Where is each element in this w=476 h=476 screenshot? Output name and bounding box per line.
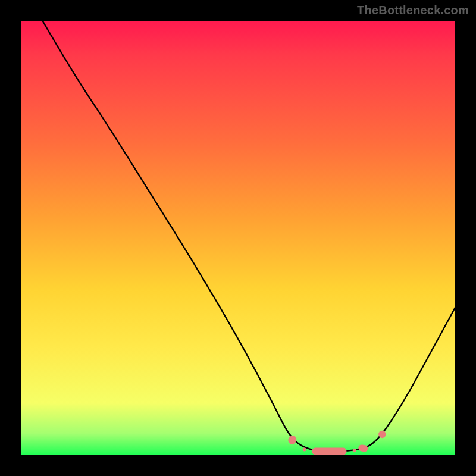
valley-marker-end <box>378 431 386 438</box>
plot-area <box>21 21 455 455</box>
curve-group <box>43 21 456 451</box>
valley-marker-main <box>312 448 346 455</box>
valley-marker-dash-2 <box>353 449 356 452</box>
valley-marker-start <box>287 434 298 446</box>
chart-container: TheBottleneck.com <box>0 0 476 476</box>
chart-overlay-svg <box>21 21 455 455</box>
bottleneck-curve <box>43 21 456 451</box>
valley-marker-dash-3 <box>358 444 368 453</box>
valley-marker-dash-1 <box>303 448 306 452</box>
attribution-label: TheBottleneck.com <box>357 4 469 17</box>
marker-group <box>287 431 386 455</box>
